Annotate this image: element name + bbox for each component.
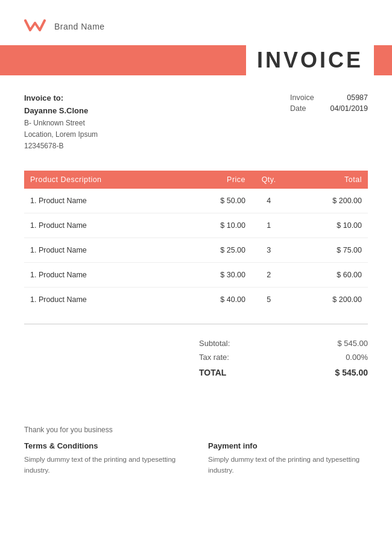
client-address: B- Unknown Street Location, Lorem Ipsum … (24, 118, 98, 153)
address-line3: 12345678-B (24, 140, 98, 152)
row-num: 1. (30, 295, 39, 304)
col-header-description: Product Description (30, 175, 175, 184)
row-name: Product Name (39, 221, 87, 230)
header: Brand Name (0, 0, 392, 45)
row-total: $ 60.00 (292, 271, 362, 279)
table-row: 1. Product Name $ 50.00 4 $ 200.00 (24, 189, 368, 213)
subtotal-row: Subtotal: $ 545.00 (199, 336, 368, 350)
total-value: $ 545.00 (335, 368, 368, 377)
invoice-label: Invoice (290, 93, 314, 102)
row-qty: 4 (245, 197, 292, 205)
row-price: $ 30.00 (175, 271, 245, 279)
row-name: Product Name (39, 246, 87, 254)
totals-box: Subtotal: $ 545.00 Tax rate: 0.00% TOTAL… (199, 336, 368, 377)
row-total: $ 75.00 (292, 246, 362, 254)
invoice-meta: Invoice 05987 Date 04/01/2019 (290, 93, 368, 153)
banner-left-accent (0, 45, 246, 75)
bill-to-section: Invoice to: Dayanne S.Clone B- Unknown S… (24, 93, 98, 153)
subtotal-label: Subtotal: (199, 339, 230, 348)
row-price: $ 25.00 (175, 246, 245, 254)
row-description: 1. Product Name (30, 271, 175, 279)
row-total: $ 200.00 (292, 197, 362, 205)
invoice-info-section: Invoice to: Dayanne S.Clone B- Unknown S… (0, 75, 392, 165)
table-body: 1. Product Name $ 50.00 4 $ 200.00 1. Pr… (24, 189, 368, 312)
subtotal-value: $ 545.00 (337, 339, 368, 348)
product-table: Product Description Price Qty. Total 1. … (0, 171, 392, 312)
row-num: 1. (30, 197, 39, 205)
table-row: 1. Product Name $ 40.00 5 $ 200.00 (24, 288, 368, 312)
thank-you-text: Thank you for you business (24, 426, 368, 434)
col-header-price: Price (175, 175, 245, 184)
tax-row: Tax rate: 0.00% (199, 350, 368, 364)
invoice-value: 05987 (347, 93, 368, 102)
terms-text: Simply dummy text of the printing and ty… (24, 454, 184, 476)
total-final-row: TOTAL $ 545.00 (199, 364, 368, 377)
invoice-page: Brand Name INVOICE Invoice to: Dayanne S… (0, 0, 392, 554)
date-label: Date (290, 104, 306, 113)
invoice-title: INVOICE (246, 48, 374, 73)
row-description: 1. Product Name (30, 221, 175, 230)
footer-columns: Terms & Conditions Simply dummy text of … (24, 441, 368, 476)
row-total: $ 10.00 (292, 221, 362, 230)
tax-label: Tax rate: (199, 353, 229, 362)
bill-to-label: Invoice to: (24, 93, 98, 102)
invoice-number-row: Invoice 05987 (290, 93, 368, 102)
row-qty: 3 (245, 246, 292, 254)
row-num: 1. (30, 246, 39, 254)
banner-row: INVOICE (0, 45, 392, 75)
payment-title: Payment info (208, 441, 368, 450)
row-qty: 2 (245, 271, 292, 279)
table-row: 1. Product Name $ 10.00 1 $ 10.00 (24, 213, 368, 238)
footer-section: Thank you for you business Terms & Condi… (0, 389, 392, 494)
row-price: $ 10.00 (175, 221, 245, 230)
row-name: Product Name (39, 295, 87, 304)
brand-name: Brand Name (54, 22, 105, 31)
row-description: 1. Product Name (30, 295, 175, 304)
address-line2: Location, Lorem Ipsum (24, 129, 98, 140)
terms-title: Terms & Conditions (24, 441, 184, 450)
totals-divider (24, 324, 368, 324)
row-qty: 5 (245, 295, 292, 304)
logo-icon (24, 17, 48, 36)
table-row: 1. Product Name $ 30.00 2 $ 60.00 (24, 263, 368, 288)
row-num: 1. (30, 221, 39, 230)
col-header-total: Total (292, 175, 362, 184)
banner-right-accent (374, 45, 392, 75)
table-header: Product Description Price Qty. Total (24, 171, 368, 189)
footer-payment-col: Payment info Simply dummy text of the pr… (208, 441, 368, 476)
total-label: TOTAL (199, 368, 226, 377)
row-price: $ 40.00 (175, 295, 245, 304)
tax-value: 0.00% (346, 353, 368, 362)
date-value: 04/01/2019 (330, 104, 368, 113)
row-name: Product Name (39, 271, 87, 279)
table-row: 1. Product Name $ 25.00 3 $ 75.00 (24, 238, 368, 263)
address-line1: B- Unknown Street (24, 118, 98, 129)
row-qty: 1 (245, 221, 292, 230)
row-description: 1. Product Name (30, 246, 175, 254)
row-description: 1. Product Name (30, 197, 175, 205)
row-total: $ 200.00 (292, 295, 362, 304)
invoice-date-row: Date 04/01/2019 (290, 104, 368, 113)
row-num: 1. (30, 271, 39, 279)
col-header-qty: Qty. (245, 175, 292, 184)
client-name: Dayanne S.Clone (24, 106, 98, 115)
row-price: $ 50.00 (175, 197, 245, 205)
row-name: Product Name (39, 197, 87, 205)
totals-section: Subtotal: $ 545.00 Tax rate: 0.00% TOTAL… (0, 330, 392, 389)
payment-text: Simply dummy text of the printing and ty… (208, 454, 368, 476)
footer-terms-col: Terms & Conditions Simply dummy text of … (24, 441, 184, 476)
